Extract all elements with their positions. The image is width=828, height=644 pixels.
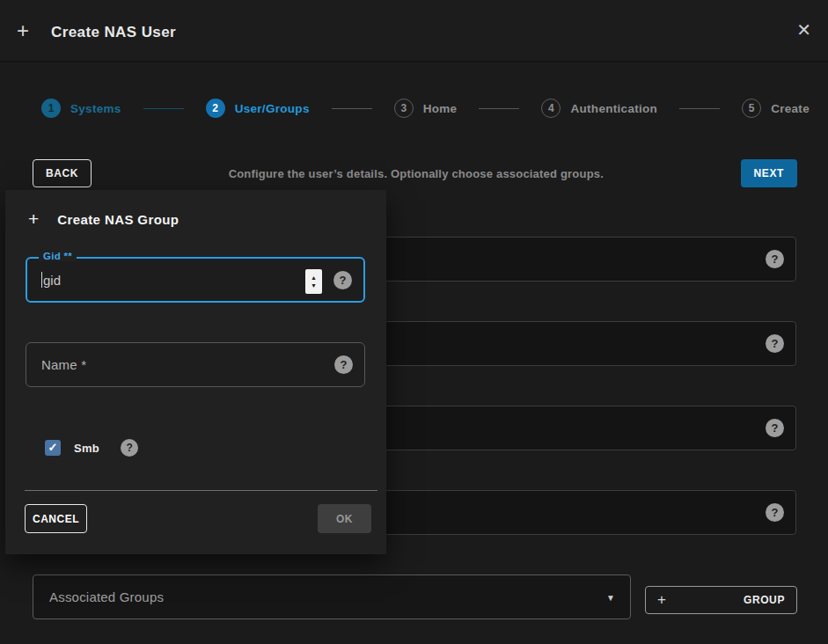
step-number-circle: 1 [41,99,61,118]
help-icon[interactable]: ? [766,419,784,437]
step-authentication[interactable]: 4 Authentication [541,99,657,118]
create-nas-user-dialog: + Create NAS User ✕ 1 Systems 2 User/Gro… [0,0,828,644]
check-icon: ✓ [48,440,58,456]
stepper-down-icon[interactable]: ▼ [311,282,317,289]
dialog-title: Create NAS User [51,24,176,41]
smb-checkbox[interactable]: ✓ [45,440,61,456]
gid-input[interactable]: gid [41,271,61,289]
help-icon[interactable]: ? [333,271,352,289]
name-field-label: Name * [41,357,86,372]
text-cursor [41,272,42,288]
step-label: Create [771,102,810,115]
add-group-button[interactable]: + GROUP [645,586,797,614]
step-systems[interactable]: 1 Systems [41,99,121,118]
gid-field-label: Gid ** [39,251,77,261]
step-instruction-text: Configure the user’s details. Optionally… [92,167,741,180]
modal-header: + Create NAS Group [28,209,179,229]
gid-field[interactable]: Gid ** gid ▲ ▼ ? [26,257,365,303]
step-create[interactable]: 5 Create [742,99,810,118]
help-icon[interactable]: ? [766,250,784,268]
close-icon[interactable]: ✕ [796,21,811,39]
plus-icon: + [17,20,29,41]
step-number-circle: 3 [394,99,414,118]
step-number-circle: 5 [742,99,761,118]
step-label: Authentication [570,102,657,115]
stepper: 1 Systems 2 User/Groups 3 Home 4 Authent… [41,98,810,119]
step-number-circle: 2 [206,99,225,118]
modal-divider [25,490,377,491]
help-icon[interactable]: ? [766,503,784,522]
modal-title: Create NAS Group [57,212,179,227]
help-icon[interactable]: ? [121,439,138,457]
dialog-header: + Create NAS User ✕ [0,0,828,62]
step-label: User/Groups [235,102,310,115]
create-nas-group-modal: + Create NAS Group Gid ** gid ▲ ▼ ? Name… [5,190,386,554]
step-connector [679,108,720,109]
name-field[interactable]: Name * ? [26,342,365,387]
cancel-button[interactable]: CANCEL [25,504,87,533]
step-number-circle: 4 [541,99,561,118]
associated-groups-placeholder: Associated Groups [49,589,164,604]
help-icon[interactable]: ? [334,355,353,374]
help-icon[interactable]: ? [766,334,784,353]
step-label: Systems [70,102,121,115]
step-home[interactable]: 3 Home [394,99,458,118]
plus-icon: + [657,591,666,609]
number-stepper[interactable]: ▲ ▼ [305,269,322,294]
next-button[interactable]: NEXT [741,159,797,187]
plus-icon: + [28,209,39,229]
ok-button[interactable]: OK [318,504,371,533]
stepper-up-icon[interactable]: ▲ [311,274,317,282]
step-connector [143,108,184,109]
gid-input-value: gid [43,273,61,288]
associated-groups-select[interactable]: Associated Groups ▼ [33,574,631,619]
step-label: Home [423,102,458,115]
step-connector [332,108,372,109]
chevron-down-icon: ▼ [606,593,615,603]
smb-checkbox-label: Smb [74,442,99,455]
smb-checkbox-row: ✓ Smb ? [45,439,138,457]
step-connector [479,108,519,109]
step-user-groups[interactable]: 2 User/Groups [206,99,310,118]
group-button-label: GROUP [744,594,785,606]
wizard-action-bar: BACK Configure the user’s details. Optio… [33,159,797,187]
back-button[interactable]: BACK [33,159,92,187]
